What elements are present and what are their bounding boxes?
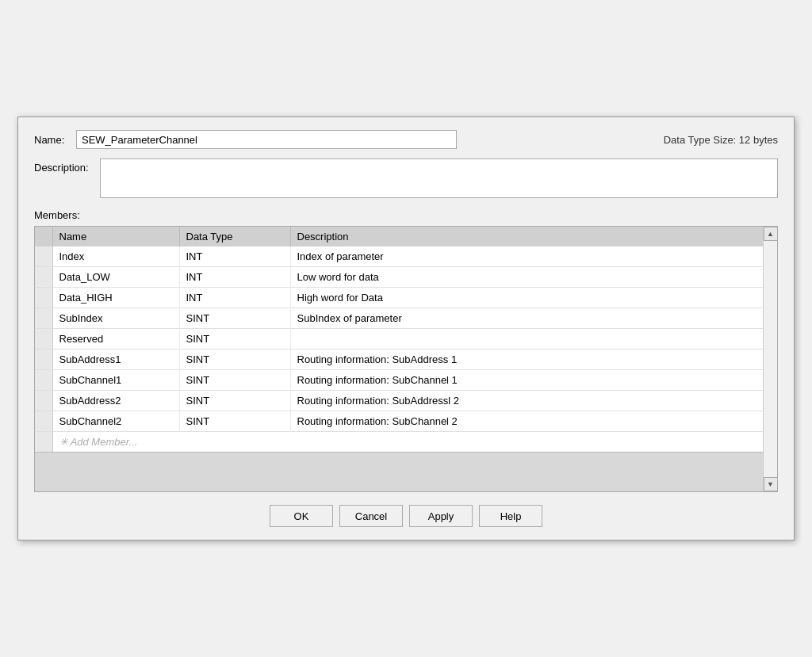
col-header-indicator [35, 227, 52, 246]
buttons-row: OK Cancel Apply Help [34, 505, 778, 527]
row-description: Index of parameter [290, 246, 763, 267]
cancel-button[interactable]: Cancel [339, 505, 403, 527]
row-name: SubChannel2 [52, 411, 179, 432]
row-description [290, 329, 763, 350]
members-label: Members: [34, 209, 778, 221]
row-datatype: INT [179, 246, 290, 267]
row-description: Routing information: SubChannel 2 [290, 411, 763, 432]
row-indicator [35, 246, 52, 267]
row-name: SubIndex [52, 308, 179, 329]
help-button[interactable]: Help [479, 505, 542, 527]
row-indicator [35, 370, 52, 391]
description-label: Description: [34, 159, 94, 174]
table-row[interactable]: ReservedSINT [35, 329, 763, 350]
table-row[interactable]: SubChannel2SINTRouting information: SubC… [35, 411, 763, 432]
name-row: Name: [34, 130, 457, 149]
table-scroll-inner: Name Data Type Description IndexINTIndex… [35, 227, 763, 491]
row-name: Reserved [52, 329, 179, 350]
col-header-name: Name [52, 227, 179, 246]
row-indicator [35, 267, 52, 288]
row-name: Data_LOW [52, 267, 179, 288]
bottom-gray-area [35, 452, 763, 491]
description-row: Description: [34, 159, 778, 198]
table-header-row: Name Data Type Description [35, 227, 763, 246]
members-table: Name Data Type Description IndexINTIndex… [35, 227, 763, 452]
row-description: SubIndex of parameter [290, 308, 763, 329]
row-indicator [35, 308, 52, 329]
row-description: High word for Data [290, 288, 763, 308]
table-row[interactable]: Data_LOWINTLow word for data [35, 267, 763, 288]
row-indicator [35, 329, 52, 350]
row-datatype: SINT [179, 350, 290, 370]
data-type-size: Data Type Size: 12 bytes [664, 134, 778, 146]
row-description: Routing information: SubChannel 1 [290, 370, 763, 391]
row-indicator [35, 411, 52, 432]
row-datatype: SINT [179, 329, 290, 350]
row-datatype: SINT [179, 391, 290, 411]
row-name: Index [52, 246, 179, 267]
main-dialog: Name: Data Type Size: 12 bytes Descripti… [17, 117, 795, 540]
name-input[interactable] [76, 130, 457, 149]
add-member-row[interactable]: ✳ Add Member... [35, 432, 763, 453]
row-datatype: INT [179, 288, 290, 308]
top-row: Name: Data Type Size: 12 bytes [34, 130, 778, 149]
table-row[interactable]: SubAddress2SINTRouting information: SubA… [35, 391, 763, 411]
row-datatype: INT [179, 267, 290, 288]
row-indicator [35, 391, 52, 411]
row-datatype: SINT [179, 308, 290, 329]
scroll-down-button[interactable]: ▼ [764, 477, 778, 491]
vertical-scrollbar: ▲ ▼ [763, 227, 777, 491]
row-name: SubChannel1 [52, 370, 179, 391]
row-description: Routing information: SubAddress 1 [290, 350, 763, 370]
add-member-label[interactable]: ✳ Add Member... [52, 432, 763, 453]
col-header-desc: Description [290, 227, 763, 246]
table-row[interactable]: SubChannel1SINTRouting information: SubC… [35, 370, 763, 391]
row-indicator [35, 288, 52, 308]
table-row[interactable]: Data_HIGHINTHigh word for Data [35, 288, 763, 308]
add-row-indicator [35, 432, 52, 453]
ok-button[interactable]: OK [270, 505, 333, 527]
row-indicator [35, 350, 52, 370]
row-name: SubAddress2 [52, 391, 179, 411]
scroll-up-button[interactable]: ▲ [764, 227, 778, 241]
row-description: Low word for data [290, 267, 763, 288]
name-label: Name: [34, 134, 70, 146]
table-row[interactable]: SubAddress1SINTRouting information: SubA… [35, 350, 763, 370]
members-table-container: Name Data Type Description IndexINTIndex… [34, 226, 778, 492]
table-row[interactable]: IndexINTIndex of parameter [35, 246, 763, 267]
description-input[interactable] [100, 159, 778, 198]
row-description: Routing information: SubAddressl 2 [290, 391, 763, 411]
row-name: Data_HIGH [52, 288, 179, 308]
row-name: SubAddress1 [52, 350, 179, 370]
table-row[interactable]: SubIndexSINTSubIndex of parameter [35, 308, 763, 329]
row-datatype: SINT [179, 411, 290, 432]
row-datatype: SINT [179, 370, 290, 391]
col-header-datatype: Data Type [179, 227, 290, 246]
apply-button[interactable]: Apply [409, 505, 473, 527]
